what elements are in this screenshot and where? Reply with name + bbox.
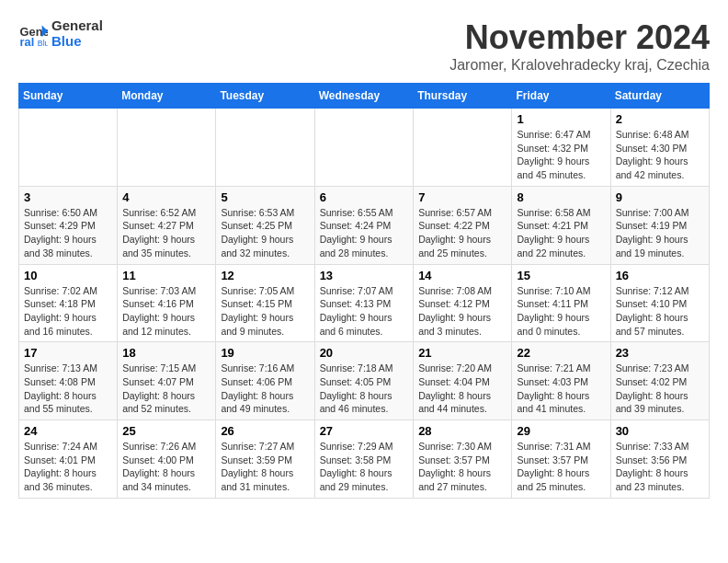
calendar-cell: 15Sunrise: 7:10 AM Sunset: 4:11 PM Dayli… <box>512 264 610 342</box>
day-info: Sunrise: 7:21 AM Sunset: 4:03 PM Dayligh… <box>517 362 605 416</box>
svg-text:Blue: Blue <box>38 38 48 47</box>
calendar-week-row: 10Sunrise: 7:02 AM Sunset: 4:18 PM Dayli… <box>19 264 710 342</box>
day-number: 16 <box>616 269 704 282</box>
day-info: Sunrise: 7:10 AM Sunset: 4:11 PM Dayligh… <box>517 284 605 339</box>
day-info: Sunrise: 7:20 AM Sunset: 4:04 PM Dayligh… <box>418 362 506 416</box>
col-wednesday: Wednesday <box>314 84 414 109</box>
day-info: Sunrise: 7:18 AM Sunset: 4:05 PM Dayligh… <box>320 362 409 416</box>
col-sunday: Sunday <box>19 84 118 109</box>
calendar-cell: 9Sunrise: 7:00 AM Sunset: 4:19 PM Daylig… <box>610 186 709 264</box>
calendar-cell: 4Sunrise: 6:52 AM Sunset: 4:27 PM Daylig… <box>118 186 216 264</box>
calendar-cell: 29Sunrise: 7:31 AM Sunset: 3:57 PM Dayli… <box>512 420 610 499</box>
calendar-cell: 13Sunrise: 7:07 AM Sunset: 4:13 PM Dayli… <box>314 264 414 342</box>
day-number: 23 <box>616 346 704 360</box>
day-number: 11 <box>122 269 210 282</box>
calendar-table: Sunday Monday Tuesday Wednesday Thursday… <box>18 83 710 499</box>
calendar-cell: 17Sunrise: 7:13 AM Sunset: 4:08 PM Dayli… <box>19 342 118 420</box>
page-header: Gene ral Blue General Blue November 2024… <box>18 18 710 74</box>
calendar-cell <box>414 109 512 187</box>
calendar-cell <box>118 109 216 187</box>
calendar-cell: 8Sunrise: 6:58 AM Sunset: 4:21 PM Daylig… <box>512 186 610 264</box>
day-number: 30 <box>616 424 704 438</box>
day-info: Sunrise: 7:26 AM Sunset: 4:00 PM Dayligh… <box>122 440 210 494</box>
calendar-cell: 19Sunrise: 7:16 AM Sunset: 4:06 PM Dayli… <box>216 342 314 420</box>
day-number: 6 <box>320 190 409 204</box>
calendar-cell: 14Sunrise: 7:08 AM Sunset: 4:12 PM Dayli… <box>414 264 512 342</box>
day-number: 28 <box>418 424 506 438</box>
day-number: 10 <box>24 269 112 282</box>
day-info: Sunrise: 7:05 AM Sunset: 4:15 PM Dayligh… <box>221 284 309 339</box>
day-info: Sunrise: 7:00 AM Sunset: 4:19 PM Dayligh… <box>616 206 704 260</box>
calendar-header-row: Sunday Monday Tuesday Wednesday Thursday… <box>19 84 710 109</box>
day-info: Sunrise: 7:29 AM Sunset: 3:58 PM Dayligh… <box>320 440 409 494</box>
logo-line2: Blue <box>51 33 82 49</box>
calendar-cell: 10Sunrise: 7:02 AM Sunset: 4:18 PM Dayli… <box>19 264 118 342</box>
title-section: November 2024 Jaromer, Kralovehradecky k… <box>449 18 710 74</box>
calendar-week-row: 24Sunrise: 7:24 AM Sunset: 4:01 PM Dayli… <box>19 420 710 499</box>
day-info: Sunrise: 7:13 AM Sunset: 4:08 PM Dayligh… <box>24 362 112 416</box>
day-info: Sunrise: 6:58 AM Sunset: 4:21 PM Dayligh… <box>517 206 605 260</box>
day-info: Sunrise: 7:12 AM Sunset: 4:10 PM Dayligh… <box>616 284 704 339</box>
day-number: 13 <box>320 269 409 282</box>
day-number: 8 <box>517 190 605 204</box>
day-number: 18 <box>122 346 210 360</box>
day-info: Sunrise: 7:33 AM Sunset: 3:56 PM Dayligh… <box>616 440 704 494</box>
calendar-cell: 3Sunrise: 6:50 AM Sunset: 4:29 PM Daylig… <box>19 186 118 264</box>
calendar-week-row: 1Sunrise: 6:47 AM Sunset: 4:32 PM Daylig… <box>19 109 710 187</box>
calendar-cell: 16Sunrise: 7:12 AM Sunset: 4:10 PM Dayli… <box>610 264 709 342</box>
calendar-cell: 21Sunrise: 7:20 AM Sunset: 4:04 PM Dayli… <box>414 342 512 420</box>
day-number: 1 <box>517 112 605 126</box>
calendar-cell: 23Sunrise: 7:23 AM Sunset: 4:02 PM Dayli… <box>610 342 709 420</box>
day-number: 25 <box>122 424 210 438</box>
calendar-cell: 22Sunrise: 7:21 AM Sunset: 4:03 PM Dayli… <box>512 342 610 420</box>
col-friday: Friday <box>512 84 610 109</box>
logo: Gene ral Blue General Blue <box>18 18 103 49</box>
calendar-cell: 28Sunrise: 7:30 AM Sunset: 3:57 PM Dayli… <box>414 420 512 499</box>
logo-line1: General <box>51 17 103 33</box>
day-info: Sunrise: 7:03 AM Sunset: 4:16 PM Dayligh… <box>122 284 210 339</box>
calendar-cell: 1Sunrise: 6:47 AM Sunset: 4:32 PM Daylig… <box>512 109 610 187</box>
calendar-cell: 24Sunrise: 7:24 AM Sunset: 4:01 PM Dayli… <box>19 420 118 499</box>
calendar-cell: 7Sunrise: 6:57 AM Sunset: 4:22 PM Daylig… <box>414 186 512 264</box>
location-title: Jaromer, Kralovehradecky kraj, Czechia <box>449 57 710 74</box>
day-info: Sunrise: 6:50 AM Sunset: 4:29 PM Dayligh… <box>24 206 112 260</box>
calendar-cell: 26Sunrise: 7:27 AM Sunset: 3:59 PM Dayli… <box>216 420 314 499</box>
calendar-cell: 25Sunrise: 7:26 AM Sunset: 4:00 PM Dayli… <box>118 420 216 499</box>
day-number: 19 <box>221 346 309 360</box>
day-info: Sunrise: 7:08 AM Sunset: 4:12 PM Dayligh… <box>418 284 506 339</box>
day-number: 27 <box>320 424 409 438</box>
day-info: Sunrise: 7:23 AM Sunset: 4:02 PM Dayligh… <box>616 362 704 416</box>
calendar-cell <box>216 109 314 187</box>
calendar-cell: 2Sunrise: 6:48 AM Sunset: 4:30 PM Daylig… <box>610 109 709 187</box>
day-number: 4 <box>122 190 210 204</box>
day-number: 12 <box>221 269 309 282</box>
day-info: Sunrise: 7:31 AM Sunset: 3:57 PM Dayligh… <box>517 440 605 494</box>
day-info: Sunrise: 6:52 AM Sunset: 4:27 PM Dayligh… <box>122 206 210 260</box>
day-info: Sunrise: 7:24 AM Sunset: 4:01 PM Dayligh… <box>24 440 112 494</box>
day-number: 9 <box>616 190 704 204</box>
calendar-cell: 5Sunrise: 6:53 AM Sunset: 4:25 PM Daylig… <box>216 186 314 264</box>
day-number: 17 <box>24 346 112 360</box>
month-title: November 2024 <box>449 18 710 57</box>
day-info: Sunrise: 6:53 AM Sunset: 4:25 PM Dayligh… <box>221 206 309 260</box>
calendar-cell: 30Sunrise: 7:33 AM Sunset: 3:56 PM Dayli… <box>610 420 709 499</box>
calendar-cell: 20Sunrise: 7:18 AM Sunset: 4:05 PM Dayli… <box>314 342 414 420</box>
calendar-cell: 6Sunrise: 6:55 AM Sunset: 4:24 PM Daylig… <box>314 186 414 264</box>
col-thursday: Thursday <box>414 84 512 109</box>
day-info: Sunrise: 7:30 AM Sunset: 3:57 PM Dayligh… <box>418 440 506 494</box>
col-saturday: Saturday <box>610 84 709 109</box>
day-number: 2 <box>616 112 704 126</box>
calendar-cell: 18Sunrise: 7:15 AM Sunset: 4:07 PM Dayli… <box>118 342 216 420</box>
day-number: 29 <box>517 424 605 438</box>
logo-icon: Gene ral Blue <box>18 19 48 49</box>
day-number: 15 <box>517 269 605 282</box>
day-number: 22 <box>517 346 605 360</box>
day-number: 7 <box>418 190 506 204</box>
day-number: 5 <box>221 190 309 204</box>
day-number: 20 <box>320 346 409 360</box>
calendar-cell: 27Sunrise: 7:29 AM Sunset: 3:58 PM Dayli… <box>314 420 414 499</box>
day-number: 21 <box>418 346 506 360</box>
calendar-cell <box>314 109 414 187</box>
day-info: Sunrise: 7:16 AM Sunset: 4:06 PM Dayligh… <box>221 362 309 416</box>
col-tuesday: Tuesday <box>216 84 314 109</box>
